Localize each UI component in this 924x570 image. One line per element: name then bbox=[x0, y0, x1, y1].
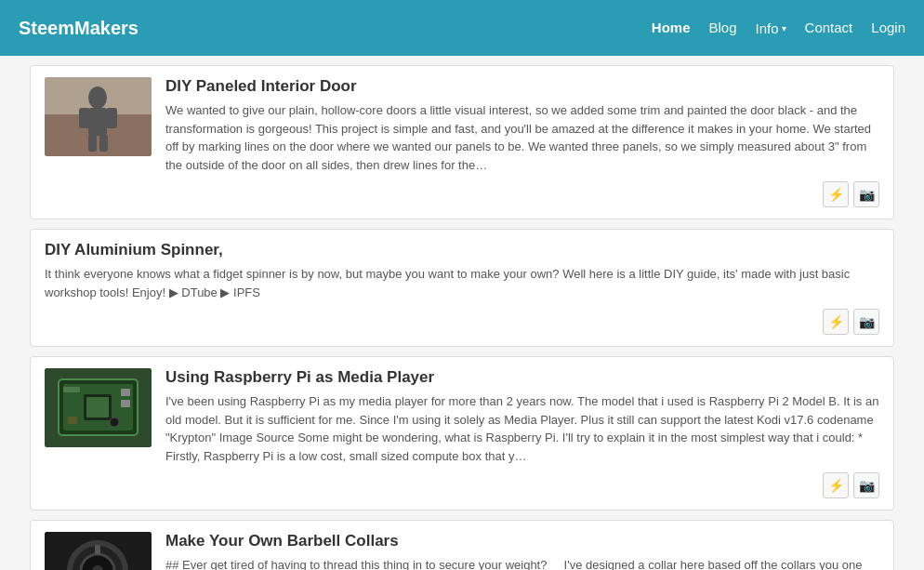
svg-point-2 bbox=[88, 86, 107, 109]
post-thumbnail bbox=[45, 77, 152, 156]
svg-rect-7 bbox=[99, 135, 108, 152]
navbar: SteemMakers Home Blog Info ▾ Contact Log… bbox=[0, 0, 924, 56]
nav-info-label: Info bbox=[756, 20, 779, 36]
post-title[interactable]: Make Your Own Barbell Collars bbox=[165, 532, 879, 550]
camera-action-button[interactable]: 📷 bbox=[853, 181, 879, 207]
camera-action-button[interactable]: 📷 bbox=[853, 472, 879, 498]
svg-rect-13 bbox=[63, 387, 80, 392]
post-body: DIY Aluminium Spinner, It think everyone… bbox=[45, 241, 879, 301]
post-actions: ⚡ 📷 bbox=[45, 472, 879, 498]
svg-rect-16 bbox=[68, 417, 77, 424]
post-card-inner: Make Your Own Barbell Collars ## Ever ge… bbox=[45, 532, 879, 570]
post-body: Using Raspberry Pi as Media Player I've … bbox=[165, 368, 879, 465]
post-excerpt: I've been using Raspberry Pi as my media… bbox=[165, 392, 879, 465]
svg-rect-22 bbox=[95, 545, 100, 554]
post-card-inner: DIY Aluminium Spinner, It think everyone… bbox=[45, 241, 879, 301]
svg-rect-14 bbox=[121, 389, 130, 396]
nav-contact[interactable]: Contact bbox=[805, 20, 853, 35]
svg-rect-6 bbox=[88, 135, 97, 152]
bolt-action-button[interactable]: ⚡ bbox=[823, 181, 849, 207]
post-thumbnail bbox=[45, 532, 152, 570]
chevron-down-icon: ▾ bbox=[782, 23, 786, 33]
nav-blog[interactable]: Blog bbox=[709, 20, 737, 35]
post-actions: ⚡ 📷 bbox=[45, 309, 879, 335]
post-title[interactable]: DIY Aluminium Spinner, bbox=[45, 241, 879, 259]
nav-login[interactable]: Login bbox=[871, 20, 905, 35]
post-excerpt: We wanted to give our plain, hollow-core… bbox=[165, 101, 879, 174]
post-excerpt: It think everyone knows what a fidget sp… bbox=[45, 265, 879, 301]
content-area: DIY Paneled Interior Door We wanted to g… bbox=[16, 56, 908, 570]
post-thumbnail bbox=[45, 368, 152, 447]
svg-rect-5 bbox=[106, 108, 117, 128]
post-card-inner: DIY Paneled Interior Door We wanted to g… bbox=[45, 77, 879, 174]
svg-rect-3 bbox=[88, 108, 107, 136]
nav-home[interactable]: Home bbox=[652, 20, 691, 35]
thumbnail-raspi bbox=[45, 368, 152, 447]
svg-rect-4 bbox=[79, 108, 90, 128]
post-card: DIY Aluminium Spinner, It think everyone… bbox=[30, 229, 894, 347]
post-body: DIY Paneled Interior Door We wanted to g… bbox=[165, 77, 879, 174]
svg-rect-15 bbox=[121, 400, 130, 407]
nav-links: Home Blog Info ▾ Contact Login bbox=[652, 20, 905, 36]
post-card: Make Your Own Barbell Collars ## Ever ge… bbox=[30, 520, 894, 570]
post-actions: ⚡ 📷 bbox=[45, 181, 879, 207]
thumbnail-image bbox=[45, 77, 152, 156]
post-title[interactable]: Using Raspberry Pi as Media Player bbox=[165, 368, 879, 387]
thumbnail-barbell bbox=[45, 532, 152, 570]
svg-rect-12 bbox=[86, 397, 109, 418]
post-card: DIY Paneled Interior Door We wanted to g… bbox=[30, 65, 894, 219]
bolt-action-button[interactable]: ⚡ bbox=[823, 472, 849, 498]
post-card: Using Raspberry Pi as Media Player I've … bbox=[30, 356, 894, 510]
brand-logo[interactable]: SteemMakers bbox=[19, 18, 139, 39]
camera-action-button[interactable]: 📷 bbox=[853, 309, 879, 335]
post-body: Make Your Own Barbell Collars ## Ever ge… bbox=[165, 532, 879, 570]
post-excerpt: ## Ever get tired of having to thread th… bbox=[165, 556, 879, 570]
svg-point-17 bbox=[110, 418, 119, 427]
nav-info-dropdown[interactable]: Info ▾ bbox=[756, 20, 786, 36]
post-title[interactable]: DIY Paneled Interior Door bbox=[165, 77, 879, 96]
post-card-inner: Using Raspberry Pi as Media Player I've … bbox=[45, 368, 879, 465]
bolt-action-button[interactable]: ⚡ bbox=[823, 309, 849, 335]
